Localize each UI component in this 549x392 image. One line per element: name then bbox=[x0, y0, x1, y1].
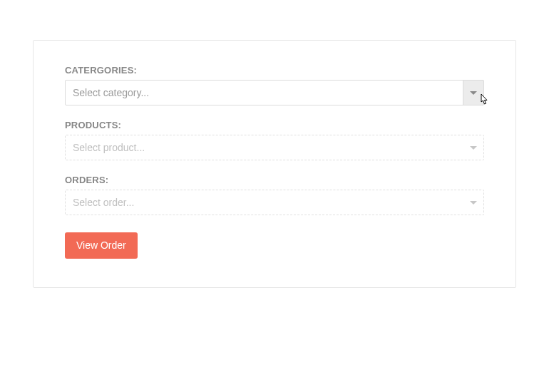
products-label: PRODUCTS: bbox=[65, 120, 484, 130]
order-filter-panel: CATERGORIES: PRODUCTS: ORDERS: bbox=[33, 40, 516, 288]
caret-down-icon bbox=[470, 146, 477, 150]
categories-label: CATERGORIES: bbox=[65, 65, 484, 76]
products-input bbox=[65, 135, 484, 160]
orders-input bbox=[65, 190, 484, 215]
caret-down-icon bbox=[470, 91, 477, 95]
products-dropdown-arrow bbox=[463, 135, 484, 160]
categories-dropdown-arrow[interactable] bbox=[463, 80, 484, 105]
products-dropdown bbox=[65, 135, 484, 160]
categories-group: CATERGORIES: bbox=[65, 65, 484, 105]
categories-dropdown[interactable] bbox=[65, 80, 484, 105]
orders-label: ORDERS: bbox=[65, 175, 484, 185]
orders-dropdown-arrow bbox=[463, 190, 484, 215]
view-order-button[interactable]: View Order bbox=[65, 232, 138, 259]
categories-input[interactable] bbox=[65, 80, 484, 105]
orders-group: ORDERS: bbox=[65, 175, 484, 215]
caret-down-icon bbox=[470, 201, 477, 205]
orders-dropdown bbox=[65, 190, 484, 215]
products-group: PRODUCTS: bbox=[65, 120, 484, 160]
